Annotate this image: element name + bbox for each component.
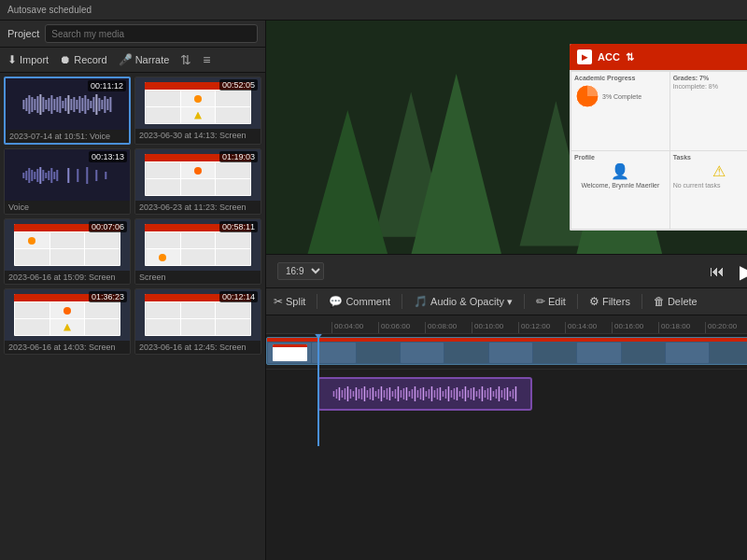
svg-rect-72	[373, 387, 374, 400]
media-item[interactable]: 00:58:11 Screen	[134, 218, 261, 285]
svg-rect-59	[336, 389, 338, 399]
comment-button[interactable]: 💬 Comment	[329, 295, 390, 308]
svg-rect-38	[39, 167, 41, 184]
svg-rect-119	[504, 388, 506, 399]
svg-rect-10	[50, 95, 52, 114]
video-segment[interactable]	[266, 337, 747, 365]
playhead[interactable]	[317, 334, 319, 446]
svg-rect-117	[499, 386, 500, 401]
timeline-tracks[interactable]	[266, 334, 747, 560]
media-item[interactable]: 00:11:12 2023-07-14 at 10:51: Voice	[4, 77, 131, 145]
media-label: Screen	[135, 271, 261, 284]
ruler-tick: 00:16:00	[612, 322, 658, 333]
import-button[interactable]: ⬇ Import	[7, 53, 49, 66]
welcome-text: Welcome, Brynnle Maerller	[574, 182, 667, 189]
edit-label: Edit	[548, 296, 566, 307]
waveform-svg	[12, 91, 123, 119]
duration-badge: 01:36:23	[89, 291, 127, 302]
svg-rect-98	[445, 389, 447, 399]
svg-rect-21	[81, 98, 83, 111]
audio-segment[interactable]	[317, 377, 532, 411]
record-label: Record	[74, 54, 106, 65]
filters-icon: ⚙	[589, 295, 599, 308]
svg-rect-108	[473, 387, 475, 400]
svg-rect-23	[87, 99, 89, 110]
media-item[interactable]: 00:12:14 2023-06-16 at 12:45: Screen	[134, 288, 261, 355]
svg-rect-113	[487, 388, 489, 399]
svg-rect-8	[45, 100, 47, 109]
svg-rect-62	[345, 388, 346, 399]
filter-icon[interactable]: ≡	[203, 52, 210, 67]
left-panel: Project ⬇ Import ⏺ Record 🎤 Narrate ⇅ ≡	[0, 21, 266, 560]
media-thumbnail: 00:12:14	[135, 289, 261, 341]
media-thumbnail: 00:11:12	[6, 78, 129, 130]
media-label: 2023-06-23 at 11:23: Screen	[135, 201, 261, 214]
duration-badge: 00:52:05	[219, 79, 258, 91]
media-label: 2023-06-30 at 14:13: Screen	[135, 129, 261, 142]
svg-rect-28	[101, 100, 103, 109]
media-item[interactable]: 00:52:05 2023-06-30 at 14:13: Screen	[134, 77, 261, 145]
media-item[interactable]: 00:07:06 2023-06-16 at 15:09: Screen	[4, 218, 131, 285]
svg-rect-43	[53, 172, 55, 179]
sort-icon[interactable]: ⇅	[180, 52, 191, 67]
svg-rect-85	[409, 391, 411, 397]
svg-rect-17	[70, 99, 72, 110]
media-item[interactable]: 01:36:23 2023-06-16 at 14:03: Screen	[4, 288, 131, 355]
filters-button[interactable]: ⚙ Filters	[589, 295, 630, 308]
pgrid-title: Tasks	[673, 154, 747, 161]
player-controls: 16:9 4:3 1:1 ⏮ ▶ ⏭	[266, 254, 747, 287]
svg-rect-95	[437, 388, 439, 399]
svg-rect-114	[490, 387, 492, 400]
record-button[interactable]: ⏺ Record	[60, 53, 106, 66]
autosave-label: Autosave scheduled	[7, 5, 92, 15]
pgrid-title: Academic Progress	[574, 75, 667, 81]
svg-rect-78	[389, 387, 391, 400]
svg-rect-96	[440, 387, 442, 400]
search-input[interactable]	[45, 24, 258, 43]
media-item[interactable]: 00:13:13 Voice	[4, 148, 131, 215]
svg-rect-45	[67, 168, 69, 183]
svg-rect-40	[45, 173, 47, 178]
svg-rect-34	[28, 168, 30, 183]
svg-rect-92	[429, 389, 430, 399]
media-item[interactable]: 01:19:03 2023-06-23 at 11:23: Screen	[134, 148, 261, 215]
svg-rect-86	[412, 389, 414, 399]
acc-arrows: ⇅	[626, 51, 634, 63]
timeline-ruler: 00:04:00 00:06:00 00:08:00 00:10:00 00:1…	[266, 315, 747, 334]
svg-rect-63	[347, 386, 349, 401]
split-label: Split	[286, 296, 305, 307]
delete-button[interactable]: 🗑 Delete	[654, 295, 698, 308]
play-button[interactable]: ▶	[736, 259, 748, 285]
svg-rect-4	[34, 99, 35, 110]
svg-rect-19	[76, 100, 78, 109]
aspect-ratio-select[interactable]: 16:9 4:3 1:1	[277, 262, 324, 280]
duration-badge: 00:11:12	[88, 80, 126, 91]
audio-opacity-button[interactable]: 🎵 Audio & Opacity ▾	[414, 295, 513, 308]
svg-rect-77	[387, 388, 388, 399]
pgrid-cell-tasks: Tasks ⚠ No current tasks	[670, 151, 747, 230]
svg-rect-93	[431, 386, 433, 401]
svg-rect-90	[423, 387, 425, 400]
audio-icon: 🎵	[414, 295, 428, 308]
duration-badge: 01:19:03	[219, 151, 258, 162]
svg-rect-1	[25, 98, 27, 111]
svg-rect-35	[31, 170, 33, 181]
svg-rect-87	[415, 386, 416, 401]
ruler-tick: 00:14:00	[565, 322, 612, 333]
split-button[interactable]: ✂ Split	[274, 295, 305, 308]
edit-button[interactable]: ✏ Edit	[536, 295, 566, 308]
duration-badge: 00:13:13	[89, 151, 127, 162]
svg-rect-47	[86, 167, 88, 184]
svg-rect-49	[105, 172, 106, 179]
media-thumbnail: 00:58:11	[135, 219, 261, 271]
svg-rect-105	[465, 386, 467, 401]
prev-button[interactable]: ⏮	[706, 261, 728, 282]
preview-window: ▶ ACC ⇅ Bryn Mawr Students Academic Prog…	[570, 44, 747, 231]
narrate-button[interactable]: 🎤 Narrate	[119, 53, 170, 66]
svg-rect-106	[468, 390, 470, 398]
media-label: 2023-06-16 at 12:45: Screen	[135, 341, 261, 354]
acc-logo: ACC	[598, 51, 620, 63]
svg-rect-9	[48, 98, 49, 111]
audio-track-row	[266, 373, 747, 414]
chevron-icon: ▾	[507, 296, 513, 308]
